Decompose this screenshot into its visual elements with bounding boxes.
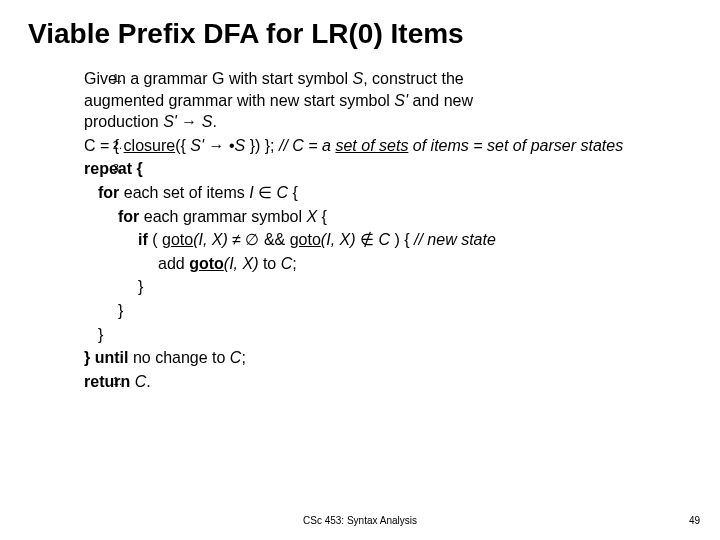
symbol-s: S [353, 70, 364, 87]
close-brace: } [84, 276, 692, 298]
symbol-c: C [378, 231, 390, 248]
symbol-s: S [202, 113, 213, 130]
slide-body: 1. Given a grammar G with start symbol S… [28, 68, 692, 392]
step-number-3: 3. [94, 158, 122, 176]
text: augmented grammar with new start symbol [84, 92, 394, 109]
for-keyword: for [98, 184, 119, 201]
goto-args: (I, X) [224, 255, 259, 272]
closure-fn: closure [124, 137, 176, 154]
text: each set of items [119, 184, 249, 201]
until-keyword: } until [84, 349, 128, 366]
goto-args: (I, X) [321, 231, 356, 248]
symbol-sprime: S' [190, 137, 204, 154]
footer-page-number: 49 [689, 515, 700, 526]
arrow: → [204, 137, 229, 154]
text: . [146, 373, 150, 390]
text: . [212, 113, 216, 130]
symbol-x: X [307, 208, 318, 225]
text: ({ [175, 137, 190, 154]
semicolon: ; [292, 255, 296, 272]
comment: // C = a set of sets of items = set of p… [279, 137, 623, 154]
step-number-2: 2. [94, 135, 122, 153]
for-keyword: for [118, 208, 139, 225]
text: and new [408, 92, 473, 109]
text: each grammar symbol [139, 208, 306, 225]
symbol-s: S [235, 137, 246, 154]
symbol-c: C [135, 373, 147, 390]
text: to [258, 255, 280, 272]
arrow: → [177, 113, 202, 130]
step-2: 2. C = { closure({ S' → •S }) }; // C = … [84, 135, 692, 157]
symbol-c: C [230, 349, 242, 366]
slide-title: Viable Prefix DFA for LR(0) Items [28, 18, 692, 50]
goto-fn: goto [162, 231, 193, 248]
close-brace: } [84, 300, 692, 322]
step-number-4: 1. [94, 371, 122, 389]
symbol-sprime: S' [394, 92, 408, 109]
brace: { [317, 208, 327, 225]
text: add [158, 255, 189, 272]
step-number-1: 1. [94, 68, 122, 86]
footer-course: CSc 453: Syntax Analysis [0, 515, 720, 526]
symbol-c: C [277, 184, 289, 201]
for-symbols-line: for each grammar symbol X { [84, 206, 692, 228]
for-items-line: for each set of items I ∈ C { [84, 182, 692, 204]
text: production [84, 113, 163, 130]
semicolon: ; [241, 349, 245, 366]
if-line: if ( goto(I, X) ≠ ∅ && goto(I, X) ∉ C ) … [84, 229, 692, 251]
text: Given a grammar G with start symbol [84, 70, 353, 87]
text: ( [148, 231, 162, 248]
text: , construct the [363, 70, 464, 87]
until-line: } until no change to C; [84, 347, 692, 369]
goto-fn: goto [189, 255, 224, 272]
step-1: 1. Given a grammar G with start symbol S… [84, 68, 692, 133]
brace: { [288, 184, 298, 201]
comment-new-state: // new state [414, 231, 496, 248]
slide: Viable Prefix DFA for LR(0) Items 1. Giv… [0, 0, 720, 540]
add-line: add goto(I, X) to C; [84, 253, 692, 275]
if-keyword: if [138, 231, 148, 248]
step-return: 1. return C. [84, 371, 692, 393]
neq-empty: ≠ ∅ && [228, 231, 290, 248]
close-brace: } [84, 324, 692, 346]
symbol-sprime: S' [163, 113, 177, 130]
text: }) }; [245, 137, 279, 154]
symbol-c: C [281, 255, 293, 272]
goto-args: (I, X) [193, 231, 228, 248]
goto-fn: goto [290, 231, 321, 248]
step-3: 3. repeat { [84, 158, 692, 180]
text: ) { [390, 231, 414, 248]
in-symbol: ∈ [254, 184, 277, 201]
text: no change to [128, 349, 229, 366]
notin-symbol: ∉ [356, 231, 379, 248]
